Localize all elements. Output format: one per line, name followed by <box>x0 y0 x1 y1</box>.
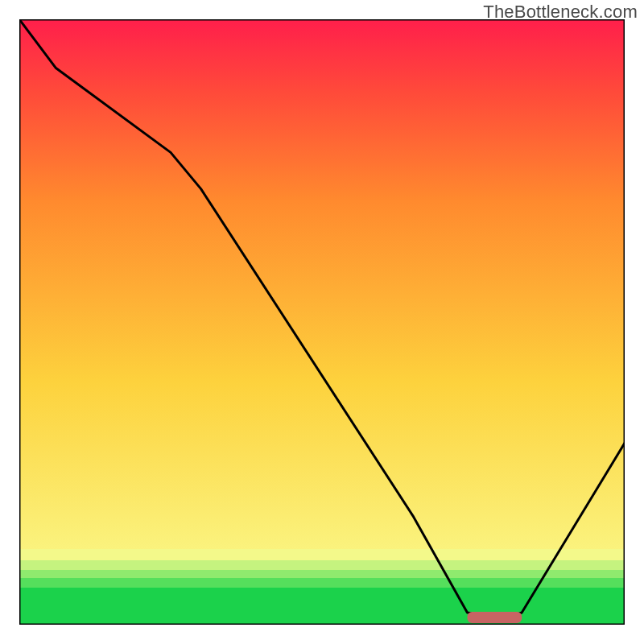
green-band-4 <box>19 560 625 570</box>
green-band-5 <box>19 549 625 560</box>
chart-background <box>19 19 625 625</box>
chart-svg <box>19 19 625 625</box>
bottleneck-chart <box>19 19 625 625</box>
optimal-marker <box>468 612 522 623</box>
green-band-3 <box>19 570 625 578</box>
green-band-2 <box>19 578 625 588</box>
